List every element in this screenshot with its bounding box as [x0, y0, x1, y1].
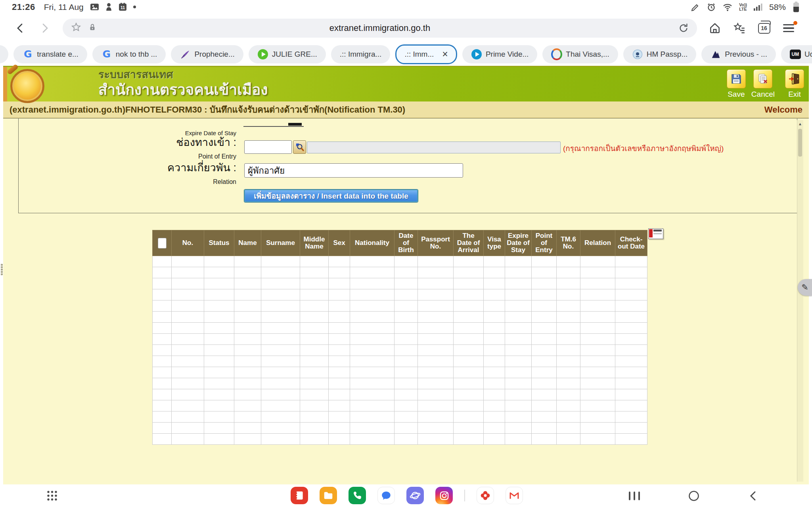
recents-nav-icon[interactable] [627, 490, 642, 502]
lock-icon[interactable] [88, 22, 97, 34]
form-content: Expire Date of Stay ช่องทางเข้า : Point … [3, 118, 809, 484]
status-bar: 21:26 Fri, 11 Aug 11 Vo)) [0, 0, 812, 14]
browser-tab-9[interactable]: HM Passp... [623, 45, 696, 63]
url-bar[interactable]: extranet.immigration.go.th [63, 19, 697, 38]
cancel-pages-icon [756, 73, 769, 85]
results-table-wrap: No. Status Name Surname Middle Name Sex … [152, 230, 647, 445]
back-icon[interactable] [13, 21, 27, 35]
browser-tab-4[interactable]: JULIE GRE... [249, 45, 326, 63]
select-all-checkbox[interactable] [158, 238, 167, 249]
table-empty-row [153, 411, 647, 423]
browser-tab-8[interactable]: Thai Visas,... [542, 45, 618, 63]
galaxy-store-icon[interactable] [477, 487, 494, 504]
color-ring-favicon [551, 48, 562, 60]
screen: 21:26 Fri, 11 Aug 11 Vo)) [0, 0, 812, 507]
google-favicon: G [22, 49, 33, 60]
url-text[interactable]: extranet.immigration.go.th [63, 23, 697, 33]
calendar-notification-icon: 11 [119, 3, 127, 11]
entry-hint-text: (กรุณากรอกเป็นตัวเลขหรือภาษาอังกฤษพิมพ์ใ… [563, 142, 724, 154]
browser-tab-11[interactable]: Ud [781, 45, 812, 63]
point-of-entry-label-en: Point of Entry [109, 153, 236, 160]
cancel-action: Cancel [751, 69, 775, 99]
export-icon[interactable] [648, 228, 663, 239]
all-apps-icon[interactable] [47, 490, 57, 503]
page-title: (extranet.immigration.go.th)FNHOTELFORM3… [10, 103, 405, 117]
browser-tab-1[interactable]: G translate e... [13, 45, 87, 63]
url-bar-leading [71, 22, 97, 34]
col-point-of-entry: Point of Entry [532, 230, 557, 256]
bookmarks-icon[interactable] [733, 21, 746, 35]
table-empty-row [153, 278, 647, 289]
cancel-button[interactable] [753, 69, 772, 88]
insert-data-button[interactable]: เพิ่มข้อมูลลงตาราง / Insert data into th… [244, 189, 418, 202]
bookmark-star-icon[interactable] [71, 22, 82, 34]
col-visa-type: Visa type [484, 230, 505, 256]
screenshot-notification-icon [90, 3, 99, 11]
table-empty-row [153, 300, 647, 312]
relation-input[interactable] [244, 163, 463, 178]
browser-tab-7[interactable]: Prime Vide... [462, 45, 537, 63]
table-empty-row [153, 423, 647, 434]
browser-tab-3[interactable]: Prophecie... [171, 45, 243, 63]
table-empty-row [153, 378, 647, 389]
vertical-scrollbar[interactable] [797, 120, 803, 482]
exit-action: Exit [785, 69, 804, 99]
entry-name-input[interactable] [307, 142, 561, 153]
table-empty-row [153, 400, 647, 411]
entry-search-button[interactable] [293, 140, 306, 154]
browser-tab-active[interactable]: .:: Imm... × [395, 44, 457, 64]
phone-icon[interactable] [349, 487, 366, 504]
point-of-entry-label-th: ช่องทางเข้า : [109, 136, 236, 149]
site-header-banner: ระบบสารสนเทศ สำนักงานตรวจคนเข้าเมือง Sav… [3, 66, 809, 101]
table-empty-row [153, 267, 647, 278]
dock-apps [291, 487, 523, 504]
table-empty-row [153, 345, 647, 356]
col-date-of-arrival: The Date of Arrival [454, 230, 484, 256]
col-nationality: Nationality [350, 230, 395, 256]
save-button[interactable] [727, 69, 746, 88]
samsung-internet-icon[interactable] [406, 487, 424, 504]
browser-tab-2[interactable]: G nok to thb ... [92, 45, 166, 63]
tab-close-icon[interactable]: × [442, 49, 448, 59]
refresh-icon[interactable] [678, 23, 689, 34]
my-files-icon[interactable] [320, 487, 337, 504]
table-empty-row [153, 434, 647, 445]
pen-mode-icon [691, 2, 700, 12]
status-bar-right: Vo)) LTE 58% [691, 2, 800, 12]
col-name: Name [234, 230, 261, 256]
exit-button[interactable] [785, 69, 804, 88]
relation-label-th: ความเกี่ยวพัน : [109, 161, 236, 175]
browser-tab-0[interactable]: / X [0, 45, 8, 63]
messages-icon[interactable] [377, 487, 395, 504]
menu-icon[interactable] [782, 21, 795, 35]
status-bar-left: 21:26 Fri, 11 Aug 11 [12, 2, 136, 12]
exit-label: Exit [788, 90, 801, 99]
relation-label-en: Relation [109, 178, 236, 186]
vertical-scrollbar-thumb[interactable] [798, 129, 802, 157]
col-status: Status [204, 230, 234, 256]
search-icon [295, 142, 304, 152]
table-empty-row [153, 323, 647, 334]
results-table: No. Status Name Surname Middle Name Sex … [152, 230, 647, 445]
samsung-notes-icon[interactable] [291, 487, 308, 504]
gmail-icon[interactable] [506, 487, 523, 504]
date: Fri, 11 Aug [44, 2, 84, 12]
home-nav-icon[interactable] [687, 490, 701, 502]
forward-icon[interactable] [38, 21, 52, 35]
green-play-favicon [258, 49, 268, 59]
browser-tab-10[interactable]: Previous - ... [701, 45, 776, 63]
col-checkout-date: Check-out Date [615, 230, 647, 256]
page-title-bar: (extranet.immigration.go.th)FNHOTELFORM3… [3, 101, 809, 118]
instagram-icon[interactable] [435, 487, 453, 504]
col-expire-date: Expire Date of Stay [505, 230, 532, 256]
entry-code-input[interactable] [244, 140, 292, 154]
table-empty-row [153, 289, 647, 300]
alarm-icon [707, 2, 716, 12]
pen-floating-button[interactable]: ✎ [798, 279, 812, 296]
back-nav-icon[interactable] [746, 490, 760, 502]
left-edge-handle[interactable] [0, 262, 4, 277]
home-icon[interactable] [708, 21, 722, 35]
person-notification-icon [105, 3, 112, 11]
tab-switcher-icon[interactable]: 16 [757, 21, 771, 35]
browser-tab-5[interactable]: .:: Immigra... [331, 45, 391, 63]
